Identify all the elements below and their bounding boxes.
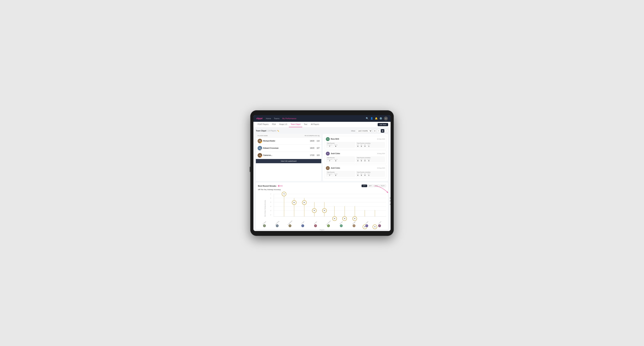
player-card: JC Josh Coles 26 Aug 2023 Total Rounds T…: [324, 165, 386, 178]
x-label: B. McHarg: [275, 220, 279, 225]
x-item: J. Coles JC: [297, 222, 308, 227]
x-item: D. Billingham DB: [284, 222, 296, 227]
data-point: 6x: [294, 198, 294, 216]
card-stats: Total Rounds Tournament7 Practice4 Total…: [326, 156, 385, 162]
edit-icon[interactable]: ✏️: [277, 130, 279, 132]
x-label: R. Butler: [365, 221, 369, 224]
card-date: 26 Aug 2023: [377, 167, 385, 169]
x-axis: E. Elwert EE B. McHarg BM D. Billingham …: [258, 222, 386, 227]
nav-icons: 🔍 👤 🔔 ⚙️ U: [366, 117, 388, 120]
y-label: 3: [270, 210, 271, 211]
nav-my-performance[interactable]: My Performance: [282, 117, 296, 120]
point-line: [365, 210, 365, 216]
point-bubble: 4x: [332, 216, 337, 221]
settings-icon[interactable]: ⚙️: [380, 117, 382, 120]
x-item: B. McHarg BM: [272, 222, 283, 227]
table-row: CA 3 Cameron... 17/20 103: [256, 152, 321, 159]
point-line: [284, 194, 284, 216]
x-item: E. Elwert EE: [259, 222, 270, 227]
tablet-frame: clippd Home Teams My Performance 🔍 👤 🔔 ⚙…: [250, 110, 394, 236]
practice-stat: Practice 6: [334, 144, 338, 147]
card-top: JC Josh Coles 26 Aug 2023: [326, 152, 385, 156]
x-avatar: DB: [288, 224, 292, 227]
card-date: 02 Sep 2023: [377, 138, 385, 140]
subnav-pga[interactable]: PGA: [270, 122, 278, 127]
table-view-btn[interactable]: ▦: [381, 129, 384, 133]
filter-app-btn[interactable]: APP: [368, 184, 373, 187]
x-avatar: EC: [327, 224, 330, 227]
x-label: M. Miller: [352, 221, 356, 224]
card-stats: Total Rounds Tournament7 Practice2 Total…: [326, 171, 385, 177]
y-axis-title: Best Streak, Fairway Accuracy: [264, 203, 266, 217]
x-label: C. Quick: [378, 221, 382, 224]
pb-score: 18/20: [307, 147, 314, 149]
list-view-btn[interactable]: ≡: [377, 129, 380, 133]
subnav-pgat[interactable]: PGAT Players: [256, 122, 270, 127]
view-full-leaderboard-button[interactable]: View Full Leaderboard: [256, 159, 321, 163]
x-label: E. Elwert: [262, 221, 266, 224]
x-avatar: RB: [366, 224, 368, 227]
player-info: RB 1 Richard Butler: [258, 139, 307, 143]
pb-score: 19/20: [307, 140, 314, 142]
point-line: [375, 210, 375, 216]
point-line: [344, 206, 345, 216]
filter-arg-btn[interactable]: ARG: [374, 184, 379, 187]
pb-score: 17/20: [307, 154, 314, 156]
streaks-section: Best Round Streaks OTT APP ARG PUTT: [256, 182, 388, 229]
subnav-hcaps[interactable]: Hcaps 1-5: [278, 122, 289, 127]
card-stats: Total Rounds Tournament 7 Practice 6: [326, 142, 385, 148]
data-point: 4x: [344, 206, 345, 216]
player-name: Richard Butler: [263, 140, 275, 142]
navbar: clippd Home Teams My Performance 🔍 👤 🔔 ⚙…: [254, 115, 390, 122]
subnav-team-clippd[interactable]: Team Clippd: [289, 122, 302, 127]
search-icon[interactable]: 🔍: [366, 117, 368, 120]
player-name: Cameron...: [263, 154, 272, 156]
point-line: [355, 206, 355, 216]
data-point: 3x: [375, 210, 375, 216]
streaks-title: Best Round Streaks: [258, 185, 276, 187]
gridline: [274, 198, 386, 198]
chart-view-btn[interactable]: ↕: [385, 129, 388, 133]
team-title: Team Clippd | 14 Players ✏️: [256, 130, 279, 132]
total-rounds-group: Total Rounds Tournament7 Practice4: [326, 156, 355, 162]
chart-area: 7 6 5 4 3 2 7x: [274, 194, 386, 217]
add-team-button[interactable]: Add Team: [378, 123, 388, 126]
subnav: PGAT Players PGA Hcaps 1-5 Team Clippd T…: [254, 122, 390, 127]
nav-teams[interactable]: Teams: [274, 117, 280, 120]
x-avatar: MM: [352, 224, 356, 227]
player-card: JC Josh Coles 26 Aug 2023 Total Rounds T…: [324, 150, 386, 164]
data-point: 4x: [355, 206, 355, 216]
bell-icon[interactable]: 🔔: [375, 117, 378, 120]
avatar[interactable]: U: [384, 117, 388, 120]
user-icon[interactable]: 👤: [370, 117, 373, 120]
grid-view-btn[interactable]: ⊞: [373, 129, 376, 133]
team-header: Team Clippd | 14 Players ✏️ Show Last 3 …: [256, 129, 388, 133]
stat-values: OTT0 APP0 ARG0 PUTT1: [357, 144, 384, 147]
filter-putt-btn[interactable]: PUTT: [380, 184, 386, 187]
logo: clippd: [256, 117, 262, 120]
side-button[interactable]: [250, 167, 250, 172]
x-avatar: RB: [314, 224, 317, 227]
nav-home[interactable]: Home: [266, 117, 271, 120]
pb-avg: 103: [314, 154, 320, 156]
tournament-stat: Tournament 7: [327, 144, 332, 147]
subnav-right: Add Team: [378, 123, 388, 126]
period-select[interactable]: Last 3 months: [356, 129, 372, 133]
x-axis-players-label: Players: [320, 229, 324, 231]
point-bubble: 4x: [352, 216, 357, 221]
avatar: RB 1: [258, 139, 262, 143]
total-rounds-group: Total Rounds Tournament7 Practice2: [326, 171, 355, 177]
card-date: 26 Aug 2023: [377, 153, 385, 154]
scatter-chart-container: Best Streak, Fairway Accuracy 7 6: [258, 192, 386, 227]
filter-buttons: OTT APP ARG PUTT: [362, 184, 386, 187]
streaks-wrapper: Best Round Streaks OTT APP ARG PUTT: [256, 182, 388, 229]
y-label: 4: [270, 206, 271, 207]
subnav-all-players[interactable]: All Players: [309, 122, 321, 127]
filter-ott-btn[interactable]: OTT: [362, 184, 367, 187]
player-info: CA 3 Cameron...: [258, 153, 307, 158]
data-point: 5x: [314, 202, 314, 216]
subnav-tour[interactable]: Tour: [302, 122, 309, 127]
stat-values: Tournament 7 Practice 6: [327, 144, 354, 147]
two-col-layout: PLAYER NAME PB SCORE PB AVG SQ RB 1 Rich…: [256, 134, 388, 181]
team-name: Team Clippd: [256, 130, 266, 132]
